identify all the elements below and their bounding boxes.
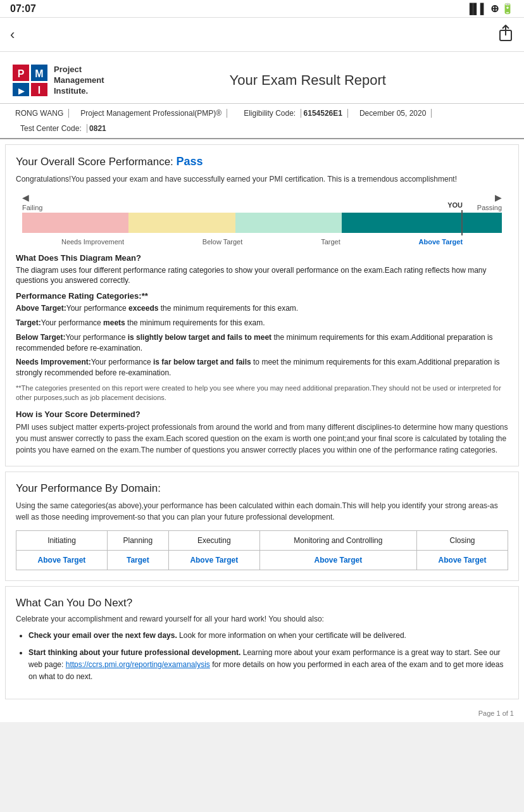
- next-item-1: Check your email over the next few days.…: [28, 630, 508, 642]
- score-determined-title: How is Your Score Determined?: [16, 409, 508, 419]
- svg-text:I: I: [38, 85, 41, 96]
- result-planning: Target: [107, 550, 168, 570]
- bar-target: [235, 213, 342, 233]
- status-bar: 07:07 ▐▌▌ ⊕ 🔋: [0, 0, 524, 18]
- rating-below-target: Below Target:Your performance is slightl…: [16, 332, 508, 354]
- footnote: **The categories presented on this repor…: [16, 384, 508, 403]
- result-closing: Above Target: [416, 550, 508, 570]
- overall-score-title: Your Overall Score Performance: Pass: [16, 155, 508, 168]
- score-bar-container: ◀ ▶ Failing Passing YOU Needs Improvemen…: [22, 192, 502, 246]
- bar-above-target: [342, 213, 502, 233]
- congrats-text: Congratulations!You passed your exam and…: [16, 175, 508, 184]
- below-target-label: Below Target: [203, 238, 242, 246]
- pass-result: Pass: [177, 155, 203, 168]
- right-arrow: ▶: [495, 192, 502, 203]
- logo-line3: Institute.: [54, 86, 104, 97]
- next-item-2: Start thinking about your future profess…: [28, 647, 508, 684]
- pmi-link[interactable]: https://ccrs.pmi.org/reporting/examanaly…: [66, 660, 210, 669]
- score-labels-top: Failing Passing: [22, 204, 502, 211]
- what-means-title: What Does This Diagram Mean?: [16, 253, 508, 263]
- svg-text:P: P: [18, 68, 25, 79]
- status-icons: ▐▌▌ ⊕ 🔋: [466, 3, 514, 15]
- logo-line1: Project: [54, 65, 104, 75]
- domain-desc: Using the same categories(as above),your…: [16, 500, 508, 523]
- table-row: Above Target Target Above Target Above T…: [16, 550, 508, 570]
- col-initiating: Initiating: [16, 530, 108, 550]
- page-footer: Page 1 of 1: [0, 704, 524, 722]
- nav-bar: ‹: [0, 18, 524, 52]
- page-container: P M ▶ I Project Management Institute. Yo…: [0, 52, 524, 722]
- passing-label: Passing: [477, 204, 502, 211]
- you-marker: YOU: [447, 201, 463, 209]
- logo-line2: Management: [54, 75, 104, 86]
- report-title: Your Exam Result Report: [104, 72, 511, 89]
- perf-rating-title: Performance Rating Categories:**: [16, 291, 508, 301]
- bar-below-target: [128, 213, 235, 233]
- cert-name: Project Management Professional(PMP)®: [75, 109, 227, 118]
- bar-needs-improvement: [22, 213, 128, 233]
- exam-date: December 05, 2020: [354, 109, 432, 118]
- next-title: What Can You Do Next?: [16, 597, 508, 609]
- result-executing: Above Target: [168, 550, 259, 570]
- score-labels-bottom: Needs Improvement Below Target Target Ab…: [22, 238, 502, 246]
- page-number: Page 1 of 1: [478, 709, 514, 717]
- left-arrow: ◀: [22, 192, 29, 203]
- svg-text:M: M: [35, 68, 43, 79]
- result-initiating: Above Target: [16, 550, 108, 570]
- next-list: Check your email over the next few days.…: [16, 630, 508, 684]
- col-closing: Closing: [416, 530, 508, 550]
- domain-title: Your Performance By Domain:: [16, 482, 508, 495]
- pmi-logo-icon: P M ▶ I: [13, 65, 47, 96]
- candidate-name: RONG WANG: [10, 109, 69, 118]
- share-button[interactable]: [497, 24, 514, 45]
- test-center-code: 0821: [89, 124, 106, 133]
- pmi-logo: P M ▶ I Project Management Institute.: [13, 65, 104, 97]
- col-planning: Planning: [107, 530, 168, 550]
- above-target-label: Above Target: [419, 238, 463, 246]
- arrows-row: ◀ ▶: [22, 192, 502, 203]
- score-bar-track: [22, 213, 502, 233]
- report-header: P M ▶ I Project Management Institute. Yo…: [0, 52, 524, 104]
- domain-section: Your Performance By Domain: Using the sa…: [5, 472, 519, 581]
- rating-needs-improvement: Needs Improvement:Your performance is fa…: [16, 357, 508, 378]
- rating-above-target: Above Target:Your performance exceeds th…: [16, 303, 508, 314]
- eligibility-info: Eligibility Code: 6154526E1: [234, 109, 348, 118]
- next-intro: Celebrate your accomplishment and reward…: [16, 615, 508, 623]
- time-display: 07:07: [10, 3, 36, 15]
- you-line: [461, 210, 463, 235]
- candidate-info: RONG WANG Project Management Professiona…: [0, 104, 524, 139]
- eligibility-code: 6154526E1: [304, 109, 342, 118]
- test-center-info: Test Center Code: 0821: [10, 124, 111, 133]
- needs-improvement-label: Needs Improvement: [61, 238, 124, 246]
- what-means-text: The diagram uses four different performa…: [16, 265, 508, 287]
- next-section: What Can You Do Next? Celebrate your acc…: [5, 586, 519, 699]
- col-executing: Executing: [168, 530, 259, 550]
- score-determined-text: PMI uses subject matter experts-project …: [16, 422, 508, 456]
- result-monitoring: Above Target: [259, 550, 416, 570]
- overall-score-section: Your Overall Score Performance: Pass Con…: [5, 144, 519, 466]
- score-bar-wrapper: YOU: [22, 213, 502, 235]
- domain-table: Initiating Planning Executing Monitoring…: [16, 530, 508, 570]
- svg-text:▶: ▶: [18, 87, 25, 96]
- rating-target: Target:Your performance meets the minimu…: [16, 318, 508, 328]
- failing-label: Failing: [22, 204, 42, 211]
- target-label: Target: [321, 238, 340, 246]
- col-monitoring: Monitoring and Controlling: [259, 530, 416, 550]
- back-button[interactable]: ‹: [10, 27, 15, 43]
